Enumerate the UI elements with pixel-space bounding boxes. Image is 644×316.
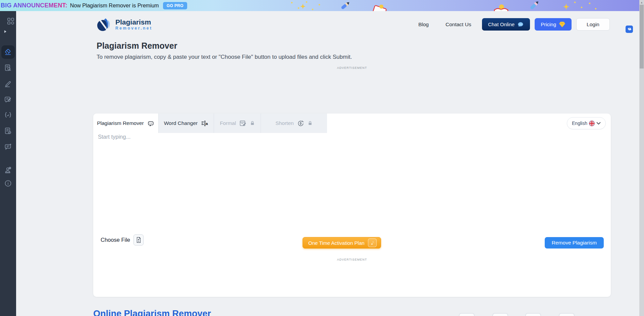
star-icon — [300, 4, 306, 9]
sparkle-dot — [291, 2, 293, 4]
choose-file-control: Choose File — [101, 234, 144, 245]
svg-text:a: a — [206, 121, 208, 125]
scrollbar-thumb[interactable] — [640, 5, 644, 69]
sidebar-item-document-verified-icon[interactable] — [4, 127, 12, 135]
announcement-highlight: BIG ANNOUNCEMENT: — [1, 2, 67, 9]
nav-link-blog[interactable]: Blog — [412, 19, 435, 30]
sparkle-dot — [581, 6, 583, 8]
chat-online-label: Chat Online — [488, 21, 515, 27]
sidebar-item-signature-pen-icon[interactable] — [4, 80, 12, 88]
party-icon — [368, 238, 377, 247]
lock-icon — [250, 121, 255, 126]
tab-label: Word Changer — [164, 120, 198, 126]
sidebar — [0, 11, 16, 316]
language-selector[interactable]: English — [567, 117, 606, 129]
tab-label: Shorten — [275, 120, 293, 126]
text-editor[interactable] — [98, 134, 606, 234]
sidebar-item-user-verified-icon[interactable] — [4, 166, 12, 174]
sidebar-item-apps-grid-icon[interactable] — [7, 17, 15, 25]
sparkle-dot — [298, 7, 300, 9]
refresh-icon — [297, 120, 305, 127]
share-button[interactable] — [559, 313, 575, 316]
logo[interactable]: Plagiarism Remover.net — [97, 17, 153, 32]
tab-label: Formal — [220, 120, 236, 126]
share-button[interactable] — [492, 313, 508, 316]
sparkle-dot — [306, 1, 308, 3]
one-time-activation-button[interactable]: One Time Activation Plan — [303, 237, 381, 249]
choose-file-label: Choose File — [101, 237, 130, 243]
document-edit-icon — [239, 120, 247, 127]
gem-icon — [559, 21, 566, 28]
sparkle-dot — [595, 8, 597, 10]
share-button[interactable] — [525, 313, 541, 316]
pencil-icon — [528, 0, 541, 11]
remove-plagiarism-button[interactable]: Remove Plagiarism — [545, 237, 604, 249]
scrollbar[interactable]: ▲ — [639, 0, 644, 316]
chevron-down-icon — [596, 122, 601, 125]
sidebar-item-chat-message-icon[interactable] — [4, 143, 12, 151]
sidebar-item-document-search-icon[interactable] — [4, 64, 12, 72]
assistant-extension-icon[interactable] — [626, 26, 633, 33]
file-upload-button[interactable] — [133, 234, 144, 245]
scroll-up-arrow[interactable]: ▲ — [639, 0, 644, 5]
tool-card: Plagiarism Remover Word Changer a Formal — [93, 114, 611, 297]
logo-title: Plagiarism — [115, 18, 153, 26]
header-nav: Blog Contact Us Chat Online Pricing Logi… — [412, 18, 610, 31]
chat-bubble-icon — [517, 21, 524, 28]
tab-formal[interactable]: Formal — [214, 114, 261, 133]
star-icon — [563, 4, 569, 10]
tab-word-changer[interactable]: Word Changer a — [159, 114, 214, 133]
nav-link-contact-us[interactable]: Contact Us — [439, 19, 477, 30]
pencil-icon — [339, 0, 352, 11]
word-changer-icon: a — [201, 120, 208, 127]
chat-online-button[interactable]: Chat Online — [482, 18, 530, 31]
file-upload-icon — [136, 237, 142, 243]
book-icon — [492, 4, 510, 11]
ad-label-top: ADVERTISEMENT — [93, 66, 611, 70]
announcement-bar: BIG ANNOUNCEMENT: Now Plagiarism Remover… — [0, 0, 644, 11]
activation-label: One Time Activation Plan — [308, 240, 365, 246]
tab-shorten[interactable]: Shorten — [261, 114, 327, 133]
remove-plagiarism-label: Remove Plagiarism — [552, 240, 597, 246]
ad-label-bottom: ADVERTISEMENT — [93, 258, 611, 261]
logo-subtitle: Remover.net — [115, 26, 153, 31]
robot-icon — [147, 120, 155, 127]
sparkle-dot — [318, 4, 320, 6]
notebook-icon — [372, 5, 388, 11]
pricing-label: Pricing — [541, 21, 556, 27]
tab-label: Plagiarism Remover — [97, 120, 144, 126]
page-title: Plagiarism Remover — [97, 41, 177, 51]
announcement-message: Now Plagiarism Remover is Premium — [70, 3, 159, 9]
tab-plagiarism-remover[interactable]: Plagiarism Remover — [93, 114, 159, 133]
section-heading: Online Plagiarism Remover — [93, 309, 211, 316]
page-subtitle: To remove plagiarism, copy & paste your … — [97, 54, 352, 60]
login-label: Login — [587, 21, 599, 28]
sidebar-item-info-icon[interactable] — [4, 179, 12, 187]
language-selected: English — [572, 121, 587, 126]
tool-actions-row: Choose File One Time Activation Plan Rem… — [93, 234, 611, 255]
pricing-button[interactable]: Pricing — [535, 18, 572, 31]
sidebar-item-braces-check-icon[interactable] — [4, 111, 12, 119]
share-button[interactable] — [459, 313, 475, 316]
sidebar-expand-arrow[interactable] — [4, 30, 6, 33]
go-pro-button[interactable]: GO PRO — [163, 2, 187, 9]
sparkle-dot — [574, 1, 576, 3]
sidebar-item-compose-icon[interactable] — [4, 95, 12, 103]
tab-strip: Plagiarism Remover Word Changer a Formal — [93, 114, 327, 133]
sparkle-dot — [589, 2, 591, 4]
logo-mark-icon — [97, 17, 112, 32]
sparkle-dot — [312, 8, 314, 10]
uk-flag-icon — [589, 121, 595, 126]
login-button[interactable]: Login — [576, 18, 610, 31]
lock-icon — [308, 121, 313, 126]
sidebar-item-eraser-icon[interactable] — [4, 48, 12, 56]
